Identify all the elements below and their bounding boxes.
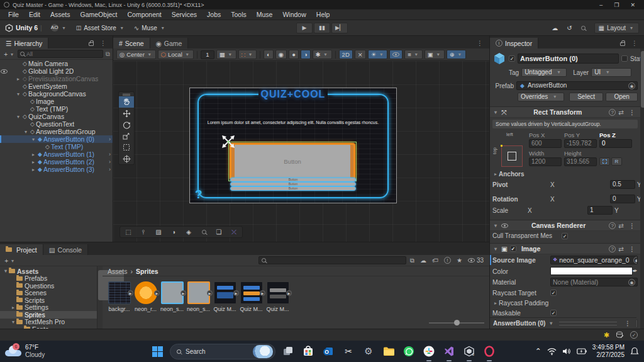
scene-lighting-dropdown[interactable]: ☀▾ xyxy=(368,50,388,59)
blueprint-mode-button[interactable] xyxy=(599,157,610,166)
zoom-icon[interactable] xyxy=(197,227,211,237)
panel-menu-icon[interactable]: ⋮ xyxy=(474,40,486,47)
grid-visibility-dropdown[interactable]: ▦▾ xyxy=(216,50,236,59)
pos-y-field[interactable]: -159.782 xyxy=(564,139,597,148)
hierarchy-item-answerbutton-0-text[interactable]: ◇Text (TMP) xyxy=(0,143,113,150)
whatsapp-icon[interactable] xyxy=(401,344,416,359)
tab-hierarchy[interactable]: ☰ Hierarchy xyxy=(0,38,48,48)
answer-button-3[interactable]: Button xyxy=(230,186,356,191)
shading-globe-icon[interactable]: ◑ xyxy=(167,227,180,237)
menu-muse[interactable]: Muse xyxy=(252,9,277,20)
open-search-window-icon[interactable]: ⧉ xyxy=(410,257,414,264)
outlook-icon[interactable]: O xyxy=(321,344,336,359)
hidden-icons-chevron[interactable]: ⌃ xyxy=(535,347,541,356)
inspector-footer-bar[interactable]: AnswerButton (0)▾ ⋮ xyxy=(490,317,636,329)
task-view-button[interactable] xyxy=(280,344,296,359)
prefab-open-chevron[interactable]: › xyxy=(109,159,111,165)
muse-button[interactable]: ∿ Muse ▾ xyxy=(134,25,166,31)
gizmo-select-icon[interactable]: ◈ xyxy=(182,227,196,237)
folder-sprites[interactable]: Sprites xyxy=(0,311,97,319)
scene-settings-icon[interactable]: ⫯ xyxy=(136,227,150,237)
image-header[interactable]: ▾▣ ✓ Image ? ⇄ ⋮ xyxy=(490,243,640,254)
visibility-eye-icon[interactable] xyxy=(1,69,8,74)
opera-gx-icon[interactable] xyxy=(482,344,497,359)
overlay-drag-handle[interactable] xyxy=(119,92,134,96)
hierarchy-item-image[interactable]: ◇Image xyxy=(0,98,113,105)
hierarchy-item-main-camera[interactable]: ◇Main Camera xyxy=(0,60,113,67)
create-button[interactable]: ＋▾ xyxy=(3,256,16,265)
view-hand-tool[interactable] xyxy=(119,96,134,108)
width-field[interactable]: 1200 xyxy=(529,157,562,166)
file-explorer-icon[interactable] xyxy=(381,344,396,359)
asset-quiz-mockup-2[interactable]: ▶ Quiz M... xyxy=(238,281,264,312)
account-dropdown[interactable]: AO ▾ xyxy=(51,24,67,31)
settings-icon[interactable]: ⚙ xyxy=(361,344,376,359)
asset-quiz-mockup-3[interactable]: ▶ Quiz M... xyxy=(265,281,291,312)
muse-spark-icon[interactable]: ✱ xyxy=(604,331,609,339)
snipping-tool-icon[interactable]: ✂ xyxy=(341,344,356,359)
status-ok-icon[interactable]: ✓ xyxy=(630,331,638,339)
visual-studio-icon[interactable] xyxy=(441,344,457,359)
cache-server-icon[interactable] xyxy=(616,331,624,339)
panel-menu-icon[interactable]: ⋮ xyxy=(629,40,640,47)
breadcrumb-current[interactable]: Sprites xyxy=(136,268,158,275)
hierarchy-item-eventsystem[interactable]: ◇EventSystem xyxy=(0,82,113,90)
tag-dropdown[interactable]: Untagged▾ xyxy=(521,68,567,77)
menu-window[interactable]: Window xyxy=(278,9,310,20)
hierarchy-search[interactable] xyxy=(18,50,103,58)
scene-visibility-button[interactable] xyxy=(389,50,402,59)
object-picker-icon[interactable]: ◉ xyxy=(628,82,635,89)
raycast-target-checkbox[interactable]: ✓ xyxy=(550,290,557,296)
overrides-dropdown[interactable]: Overrides▾ xyxy=(518,93,564,101)
raycast-padding-foldout[interactable]: Raycast Padding xyxy=(499,299,557,307)
unity-cloud-icon[interactable]: ☁ xyxy=(420,257,426,264)
hierarchy-item-text-tmp[interactable]: ◇Text (TMP) xyxy=(0,105,113,113)
presets-icon[interactable]: ⇄ xyxy=(618,222,624,229)
notifications-bell-icon[interactable] xyxy=(630,347,639,356)
rect-tool[interactable] xyxy=(119,142,134,153)
asset-neon-square-orange[interactable]: ▶ neon_s... xyxy=(186,281,211,312)
camera-dropdown[interactable]: ▣▾ xyxy=(425,50,445,59)
snap-settings-dropdown[interactable]: ⸬▾ xyxy=(238,50,257,59)
layout-dropdown[interactable]: ▦ Layout ▾ xyxy=(594,23,639,33)
lock-icon[interactable] xyxy=(620,42,625,46)
hierarchy-item-answerbutton-0[interactable]: ▾◆AnswerButton (0)› xyxy=(0,135,113,143)
layers-icon[interactable]: ❏ xyxy=(212,227,226,237)
effects-toggle-button[interactable]: ◑ xyxy=(301,50,311,59)
2d-mode-button[interactable]: 2D xyxy=(339,50,353,59)
component-menu-icon[interactable]: ⋮ xyxy=(626,246,638,252)
answer-button-2[interactable]: Button xyxy=(230,182,356,186)
component-menu-icon[interactable]: ⋮ xyxy=(626,222,638,229)
gizmos-dropdown[interactable]: ⊕▾ xyxy=(447,50,466,59)
cull-transparent-checkbox[interactable]: ✓ xyxy=(562,233,568,239)
hierarchy-item-answerbutton-3[interactable]: ▸◆AnswerButton (3)› xyxy=(0,166,113,173)
asset-store-button[interactable]: ◫ Asset Store ▾ xyxy=(76,25,125,31)
lighting-toggle-button[interactable]: ◉ xyxy=(275,50,287,59)
object-picker-icon[interactable]: ◉ xyxy=(633,257,638,264)
favorites-star-icon[interactable]: ★ xyxy=(457,257,462,264)
prefab-open-chevron[interactable]: › xyxy=(109,151,111,157)
project-search-input[interactable] xyxy=(268,257,403,264)
layers-dropdown[interactable]: ≡▾ xyxy=(404,50,423,59)
search-icon[interactable] xyxy=(581,26,586,30)
cloud-icon[interactable]: ☁ xyxy=(552,25,558,31)
rect-bounds-icon[interactable]: ⬚ xyxy=(121,227,135,237)
menu-help[interactable]: Help xyxy=(312,9,335,20)
footer-menu-icon[interactable]: ⋮ xyxy=(622,320,633,327)
inspector-scrollbar[interactable] xyxy=(640,48,644,329)
canvas-renderer-header[interactable]: ▾ Canvas Renderer ? ⇄ ⋮ xyxy=(490,220,640,231)
slack-icon[interactable] xyxy=(421,344,436,359)
folder-settings[interactable]: ▸Settings xyxy=(0,304,97,312)
open-button[interactable]: Open xyxy=(606,93,638,101)
fx-dropdown[interactable]: ✱▾ xyxy=(313,50,332,59)
maskable-checkbox[interactable]: ✓ xyxy=(550,310,557,316)
restore-button[interactable]: ❐ xyxy=(614,2,619,8)
project-search[interactable] xyxy=(258,256,406,264)
tab-project[interactable]: Project xyxy=(0,244,43,255)
folder-scripts[interactable]: Scripts xyxy=(0,297,97,304)
scale-tool[interactable] xyxy=(119,130,134,142)
rotation-x-field[interactable]: 0 xyxy=(610,195,635,203)
hierarchy-item-answerbutton-2[interactable]: ▸◆AnswerButton (2)› xyxy=(0,158,113,166)
folder-prefabs[interactable]: Prefabs xyxy=(0,275,97,283)
microsoft-store-icon[interactable] xyxy=(301,344,316,359)
